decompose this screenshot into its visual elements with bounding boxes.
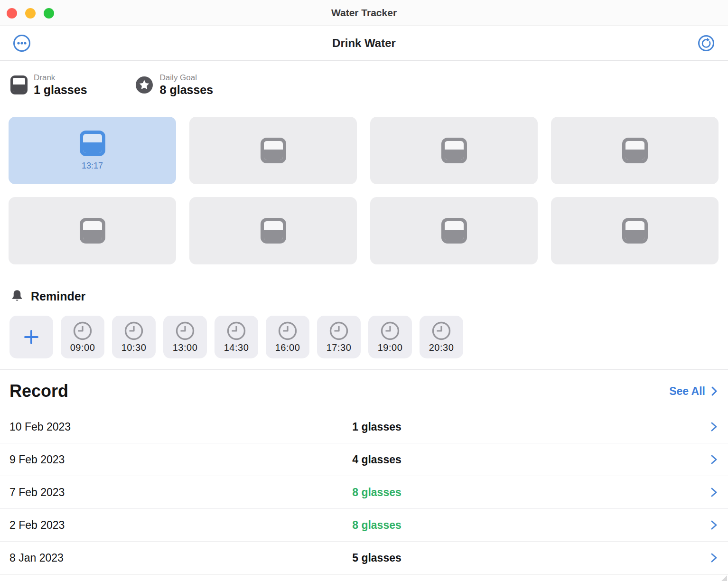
refresh-icon — [698, 35, 715, 52]
reminder-time-chip[interactable]: 10:30 — [112, 316, 156, 358]
toolbar: Drink Water — [0, 26, 728, 61]
glass-icon — [622, 138, 648, 163]
record-row[interactable]: 2 Feb 2023 8 glasses — [0, 509, 728, 542]
record-title: Record — [9, 381, 68, 401]
stat-drank: Drank 1 glasses — [10, 73, 87, 97]
record-list: 10 Feb 2023 1 glasses 9 Feb 2023 4 glass… — [0, 411, 728, 574]
reminder-time-label: 17:30 — [327, 342, 352, 353]
chevron-right-icon — [710, 421, 718, 432]
chevron-right-icon — [710, 454, 718, 465]
chevron-right-icon — [710, 552, 718, 563]
record-value: 4 glasses — [352, 453, 401, 466]
reminder-time-chip[interactable]: 17:30 — [317, 316, 361, 358]
reminder-time-chip[interactable]: 14:30 — [215, 316, 258, 358]
reminder-time-label: 20:30 — [429, 342, 454, 353]
plus-icon — [23, 329, 40, 346]
reminder-title: Reminder — [31, 290, 85, 303]
minimize-button[interactable] — [25, 8, 36, 19]
record-value: 1 glasses — [352, 421, 401, 433]
glass-cell[interactable] — [370, 117, 538, 184]
record-value: 5 glasses — [352, 552, 401, 564]
record-date: 9 Feb 2023 — [9, 453, 65, 466]
refresh-button[interactable] — [697, 34, 716, 53]
close-button[interactable] — [7, 8, 17, 19]
record-value: 8 glasses — [352, 519, 401, 532]
reminder-time-label: 10:30 — [121, 342, 147, 353]
clock-icon — [380, 321, 400, 341]
stat-drank-label: Drank — [34, 73, 87, 83]
record-section: Record See All 10 Feb 2023 1 glasses 9 F… — [0, 369, 728, 574]
add-reminder-button[interactable] — [9, 316, 53, 358]
glass-icon — [80, 131, 105, 156]
glass-icon — [441, 138, 467, 163]
stat-drank-value: 1 glasses — [34, 83, 87, 97]
glass-cell-time: 13:17 — [82, 161, 103, 171]
stats-row: Drank 1 glasses Daily Goal 8 glasses — [0, 61, 728, 113]
stat-goal-value: 8 glasses — [160, 83, 214, 97]
reminder-time-chip[interactable]: 09:00 — [61, 316, 104, 358]
reminder-header: Reminder — [10, 289, 718, 303]
glass-cell[interactable] — [9, 197, 176, 264]
reminder-chips: 09:00 10:30 13:00 14:30 — [9, 316, 719, 358]
glass-cell[interactable] — [551, 117, 719, 184]
clock-icon — [73, 321, 93, 341]
page-title: Drink Water — [0, 37, 728, 50]
clock-icon — [278, 321, 298, 341]
record-header: Record See All — [0, 370, 728, 411]
stat-daily-goal: Daily Goal 8 glasses — [135, 73, 214, 97]
reminder-time-chip[interactable]: 13:00 — [163, 316, 207, 358]
clock-icon — [431, 321, 451, 341]
see-all-label: See All — [669, 385, 705, 398]
glass-icon — [261, 218, 286, 244]
glass-icon — [622, 218, 648, 244]
reminder-time-chip[interactable]: 20:30 — [420, 316, 463, 358]
bell-icon — [10, 289, 24, 303]
clock-icon — [226, 321, 246, 341]
window-title: Water Tracker — [0, 7, 728, 19]
glass-icon — [10, 75, 28, 94]
clock-icon — [124, 321, 144, 341]
glass-cell[interactable] — [551, 197, 719, 264]
see-all-button[interactable]: See All — [669, 385, 718, 398]
record-date: 7 Feb 2023 — [9, 486, 65, 499]
record-row[interactable]: 8 Jan 2023 5 glasses — [0, 542, 728, 574]
reminder-time-chip[interactable]: 16:00 — [266, 316, 309, 358]
record-date: 10 Feb 2023 — [9, 421, 71, 433]
more-options-button[interactable] — [12, 34, 31, 53]
titlebar: Water Tracker — [0, 0, 728, 26]
window-resize-handle[interactable] — [721, 575, 727, 581]
glass-cell[interactable] — [370, 197, 538, 264]
glass-icon — [261, 138, 286, 163]
chevron-right-icon — [710, 519, 718, 531]
reminder-time-chip[interactable]: 19:00 — [368, 316, 412, 358]
chevron-right-icon — [711, 386, 718, 396]
ellipsis-circle-icon — [13, 34, 31, 52]
clock-icon — [175, 321, 195, 341]
zoom-button[interactable] — [44, 8, 54, 19]
glass-icon — [80, 218, 105, 244]
record-row[interactable]: 10 Feb 2023 1 glasses — [0, 411, 728, 443]
record-date: 2 Feb 2023 — [9, 519, 65, 532]
record-row[interactable]: 7 Feb 2023 8 glasses — [0, 476, 728, 509]
glasses-grid: 13:17 — [9, 117, 719, 264]
record-row[interactable]: 9 Feb 2023 4 glasses — [0, 443, 728, 476]
record-value: 8 glasses — [352, 486, 401, 499]
glass-cell[interactable] — [189, 197, 357, 264]
reminder-time-label: 19:00 — [378, 342, 403, 353]
glass-cell[interactable]: 13:17 — [9, 117, 176, 184]
chevron-right-icon — [710, 487, 718, 498]
stat-goal-label: Daily Goal — [160, 73, 214, 83]
glass-cell[interactable] — [189, 117, 357, 184]
reminder-time-label: 14:30 — [224, 342, 249, 353]
record-date: 8 Jan 2023 — [9, 552, 64, 564]
clock-icon — [329, 321, 349, 341]
reminder-time-label: 09:00 — [70, 342, 95, 353]
traffic-lights — [7, 8, 54, 19]
reminder-time-label: 16:00 — [275, 342, 300, 353]
reminder-time-label: 13:00 — [173, 342, 198, 353]
star-circle-icon — [135, 75, 154, 94]
glass-icon — [441, 218, 467, 244]
